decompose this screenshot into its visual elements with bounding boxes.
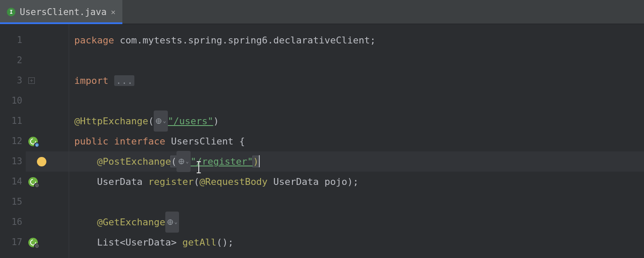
spring-bean-gutter-icon[interactable]: c — [28, 137, 38, 146]
url-inlay-hint[interactable]: ⌄ — [154, 111, 167, 132]
line-number[interactable]: 14 — [0, 172, 26, 192]
package-name: com.mytests.spring.spring6.declarativeCl… — [120, 35, 370, 46]
globe-icon — [155, 118, 162, 124]
line-number[interactable]: 17 — [0, 232, 26, 252]
line-number[interactable]: 16 — [0, 212, 26, 232]
spring-http-gutter-icon[interactable] — [28, 177, 38, 187]
annotation: @GetExchange — [97, 217, 165, 227]
close-tab-icon[interactable]: ✕ — [111, 7, 115, 16]
url-inlay-hint[interactable]: ⌄ — [165, 212, 179, 233]
intention-bulb-icon[interactable] — [37, 157, 46, 166]
line-number[interactable]: 11 — [0, 111, 26, 131]
chevron-down-icon: ⌄ — [174, 212, 177, 232]
gutter-icon-margin: + c — [26, 24, 69, 258]
type-name: UserData — [125, 237, 171, 248]
keyword: public — [74, 136, 114, 147]
line-number[interactable]: 2 — [0, 50, 26, 71]
line-number[interactable]: 15 — [0, 192, 26, 212]
line-number[interactable]: 12 — [0, 131, 26, 151]
string-literal: "/register" — [191, 156, 253, 167]
globe-icon — [178, 158, 185, 165]
line-number[interactable]: 3 — [0, 71, 26, 91]
line-number-gutter: 1 2 3 10 11 12 13 14 15 16 17 — [0, 24, 26, 258]
annotation: @PostExchange — [97, 156, 171, 167]
globe-badge-icon — [35, 244, 39, 248]
keyword: package — [74, 35, 114, 46]
current-line[interactable]: @PostExchange(⌄"/register") — [69, 151, 644, 172]
class-badge-icon: c — [35, 143, 39, 147]
code-content[interactable]: package com.mytests.spring.spring6.decla… — [69, 24, 644, 258]
interface-file-icon: I — [7, 8, 15, 16]
editor-tab-active[interactable]: I UsersClient.java ✕ — [0, 0, 122, 24]
globe-badge-icon — [35, 183, 39, 187]
line-number[interactable]: 1 — [0, 30, 26, 50]
type-name: UsersClient — [171, 136, 239, 147]
editor-area: 1 2 3 10 11 12 13 14 15 16 17 + c packag… — [0, 24, 644, 258]
line-number[interactable]: 10 — [0, 91, 26, 111]
svg-text:c: c — [36, 144, 38, 147]
type-name: List — [97, 237, 120, 248]
type-name: UserData — [273, 176, 325, 187]
type-name: UserData — [97, 176, 148, 187]
globe-icon — [167, 219, 173, 225]
fold-expand-icon[interactable]: + — [28, 77, 35, 84]
tab-filename: UsersClient.java — [20, 7, 106, 17]
chevron-down-icon: ⌄ — [185, 151, 188, 172]
method-name: register — [148, 176, 194, 187]
keyword: import — [74, 75, 114, 86]
line-number[interactable]: 13 — [0, 151, 26, 172]
brace: { — [239, 136, 245, 147]
method-name: getAll — [182, 237, 216, 248]
url-inlay-hint[interactable]: ⌄ — [176, 151, 190, 172]
folded-imports[interactable]: ... — [114, 75, 135, 86]
keyword: interface — [114, 136, 171, 147]
annotation: @HttpExchange — [74, 116, 148, 126]
annotation: @RequestBody — [199, 176, 273, 187]
string-literal: "/users" — [168, 116, 213, 126]
editor-tab-bar: I UsersClient.java ✕ — [0, 0, 644, 24]
text-caret — [259, 155, 260, 167]
chevron-down-icon: ⌄ — [163, 111, 166, 131]
parameter-name: pojo — [325, 176, 347, 187]
spring-http-gutter-icon[interactable] — [28, 238, 38, 247]
